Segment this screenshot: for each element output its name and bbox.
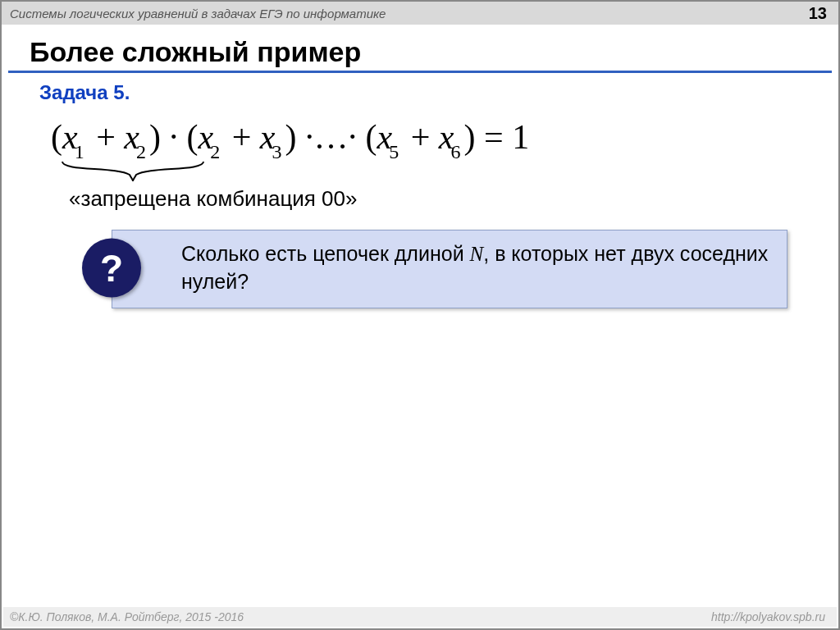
formula: (x1 + x2) · (x2 + x3) ·…· (x5 + x6) = 1	[51, 117, 838, 163]
header-title: Системы логических уравнений в задачах Е…	[10, 7, 386, 21]
slide: Системы логических уравнений в задачах Е…	[0, 0, 840, 630]
underbrace	[59, 160, 838, 183]
callout: ? Сколько есть цепочек длиной N, в котор…	[82, 230, 788, 308]
callout-var: N	[470, 243, 484, 265]
callout-text-pre: Сколько есть цепочек длиной	[181, 242, 470, 265]
slide-title: Более сложный пример	[30, 36, 838, 68]
footer-url: http://kpolyakov.spb.ru	[711, 610, 825, 623]
question-badge: ?	[82, 238, 141, 297]
footer-copyright: ©К.Ю. Поляков, М.А. Ройтберг, 2015 -2016	[10, 610, 244, 623]
task-label: Задача 5.	[39, 81, 838, 104]
note-text: «запрещена комбинация 00»	[69, 186, 838, 212]
callout-text: Сколько есть цепочек длиной N, в которых…	[112, 230, 788, 308]
footer-bar: ©К.Ю. Поляков, М.А. Ройтберг, 2015 -2016…	[3, 607, 837, 627]
title-divider	[8, 71, 832, 73]
underbrace-icon	[59, 160, 207, 183]
page-number: 13	[809, 4, 827, 23]
header-bar: Системы логических уравнений в задачах Е…	[2, 2, 838, 25]
